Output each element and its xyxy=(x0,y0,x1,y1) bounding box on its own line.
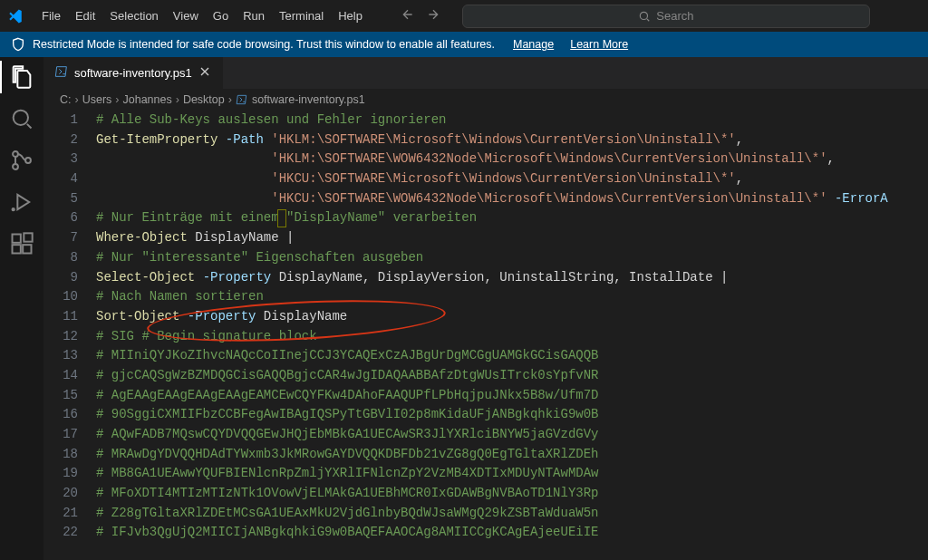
restricted-mode-banner: Restricted Mode is intended for safe cod… xyxy=(0,32,928,57)
code-line[interactable]: # Nur "interessante" Eigenschaften ausge… xyxy=(96,248,928,268)
code-content[interactable]: # Alle Sub-Keys auslesen und Fehler igno… xyxy=(96,111,928,560)
search-placeholder: Search xyxy=(656,9,693,23)
command-center-search[interactable]: Search xyxy=(462,5,870,28)
source-control-icon[interactable] xyxy=(9,148,34,173)
run-debug-icon[interactable] xyxy=(9,189,34,215)
svg-rect-8 xyxy=(23,245,31,253)
nav-forward-icon[interactable] xyxy=(426,7,440,24)
code-line[interactable]: # MFoXDTI4MTIzMTIzNTk1OVowVjELMAkGA1UEBh… xyxy=(96,484,928,504)
code-line[interactable]: # gjcCAQSgWzBZMDQGCisGAQQBgjcCAR4wJgIDAQ… xyxy=(96,366,928,386)
code-line[interactable]: # Z28gTGltaXRlZDEtMCsGA1UEAxMkU2VjdGlnby… xyxy=(96,504,928,524)
svg-rect-7 xyxy=(13,245,21,253)
chevron-right-icon: › xyxy=(75,93,79,106)
editor-tabs: software-inventory.ps1 xyxy=(44,57,928,89)
chevron-right-icon: › xyxy=(176,93,179,106)
breadcrumb-segment[interactable]: Johannes xyxy=(123,93,172,106)
code-line[interactable]: # SIG # Begin signature block xyxy=(96,327,928,347)
titlebar: FileEditSelectionViewGoRunTerminalHelp S… xyxy=(0,0,928,32)
svg-point-1 xyxy=(14,111,28,125)
code-line[interactable]: # MIIniQYJKoZIhvcNAQcCoIInejCCJ3YCAQExCz… xyxy=(96,346,928,366)
search-icon xyxy=(638,10,651,23)
code-line[interactable]: # IFJvb3QgUjQ2MIICIjANBgkqhkiG9w0BAQEFAA… xyxy=(96,523,928,543)
breadcrumb-segment[interactable]: Users xyxy=(82,93,112,106)
code-line[interactable]: # MRAwDgYDVQQHDAdTYWxmb3JkMRowGAYDVQQKDB… xyxy=(96,445,928,465)
tab-label: software-inventory.ps1 xyxy=(74,66,192,80)
code-line[interactable]: # AQwFADB7MQswCQYDVQQGEwJHQjEbMBkGA1UECA… xyxy=(96,425,928,445)
code-line[interactable]: 'HKCU:\SOFTWARE\Microsoft\Windows\Curren… xyxy=(96,169,928,189)
learn-more-link[interactable]: Learn More xyxy=(570,38,628,51)
menu-edit[interactable]: Edit xyxy=(68,5,102,26)
manage-trust-link[interactable]: Manage xyxy=(513,38,554,51)
chevron-right-icon: › xyxy=(228,93,232,106)
code-line[interactable]: Select-Object -Property DisplayName, Dis… xyxy=(96,268,928,288)
menu-view[interactable]: View xyxy=(166,5,206,26)
powershell-file-icon xyxy=(236,93,248,107)
svg-point-3 xyxy=(13,164,18,169)
code-line[interactable]: Sort-Object -Property DisplayName xyxy=(96,307,928,327)
shield-icon xyxy=(11,37,25,52)
code-editor[interactable]: 12345678910111213141516171819202122 # Al… xyxy=(44,111,928,560)
code-line[interactable]: 'HKLM:\SOFTWARE\WOW6432Node\Microsoft\Wi… xyxy=(96,150,928,169)
search-icon[interactable] xyxy=(9,106,34,131)
code-line[interactable]: # 90SggiCXMIIFbzCCBFegAwIBAgIQSPyTtGBVlI… xyxy=(96,405,928,425)
nav-back-icon[interactable] xyxy=(401,7,415,24)
restricted-mode-message: Restricted Mode is intended for safe cod… xyxy=(33,38,495,51)
menu-selection[interactable]: Selection xyxy=(102,5,165,26)
svg-point-5 xyxy=(13,208,14,210)
svg-point-4 xyxy=(25,158,31,163)
chevron-right-icon: › xyxy=(115,93,119,106)
code-line[interactable]: 'HKCU:\SOFTWARE\WOW6432Node\Microsoft\Wi… xyxy=(96,189,928,209)
code-line[interactable]: # AgEAAgEAAgEAAgEAAgEAMCEwCQYFKw4DAhoFAA… xyxy=(96,386,928,406)
svg-rect-6 xyxy=(13,235,21,243)
svg-point-0 xyxy=(641,12,648,19)
activity-bar xyxy=(0,57,44,560)
menu-help[interactable]: Help xyxy=(331,5,370,26)
code-line[interactable]: Get-ItemProperty -Path 'HKLM:\SOFTWARE\M… xyxy=(96,130,928,150)
menubar: FileEditSelectionViewGoRunTerminalHelp xyxy=(34,5,370,26)
svg-point-2 xyxy=(13,151,18,157)
vscode-logo-icon xyxy=(7,8,24,24)
code-line[interactable]: # Nur Einträge mit einem "DisplayName" v… xyxy=(96,208,928,228)
tab-software-inventory[interactable]: software-inventory.ps1 xyxy=(44,57,224,89)
breadcrumb-segment[interactable]: C: xyxy=(60,93,72,106)
code-line[interactable]: # Nach Namen sortieren xyxy=(96,287,928,307)
powershell-file-icon xyxy=(54,64,69,82)
breadcrumbs[interactable]: C: › Users › Johannes › Desktop › softwa… xyxy=(44,89,928,111)
menu-run[interactable]: Run xyxy=(236,5,272,26)
extensions-icon[interactable] xyxy=(9,231,34,256)
explorer-icon[interactable] xyxy=(9,64,34,90)
breadcrumb-segment[interactable]: Desktop xyxy=(183,93,225,106)
line-numbers: 12345678910111213141516171819202122 xyxy=(44,111,96,560)
menu-file[interactable]: File xyxy=(34,5,68,26)
code-line[interactable]: # MB8GA1UEAwwYQUFBIENlcnRpZmljYXRlIFNlcn… xyxy=(96,464,928,484)
svg-rect-9 xyxy=(24,233,32,241)
code-line[interactable]: Where-Object DisplayName | xyxy=(96,228,928,248)
close-icon[interactable] xyxy=(198,64,212,82)
menu-go[interactable]: Go xyxy=(206,5,236,26)
code-line[interactable]: # Alle Sub-Keys auslesen und Fehler igno… xyxy=(96,111,928,130)
breadcrumb-file[interactable]: software-inventory.ps1 xyxy=(252,93,365,106)
menu-terminal[interactable]: Terminal xyxy=(272,5,331,26)
